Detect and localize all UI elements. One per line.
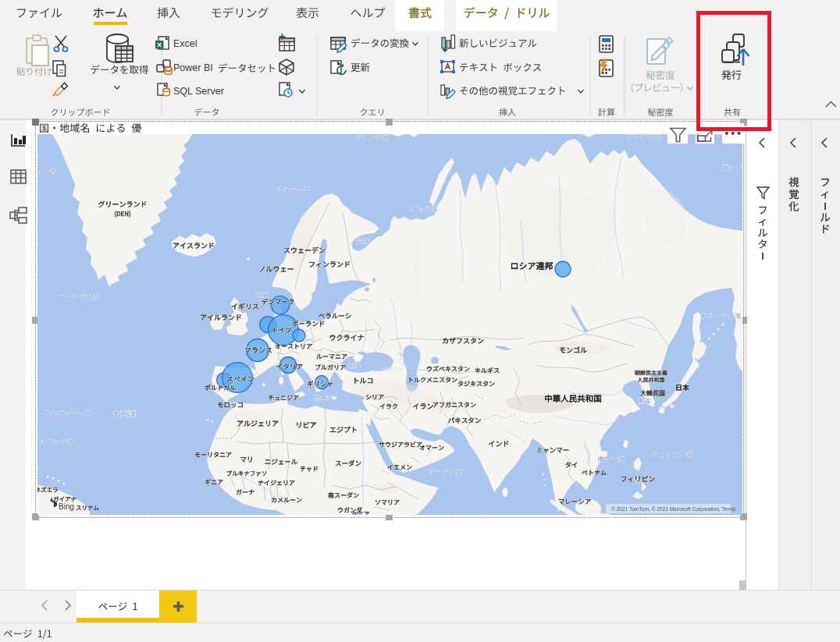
svg-text:Bing: Bing bbox=[59, 502, 74, 511]
svg-text:© 2021 TomTom, © 2021 Microsof: © 2021 TomTom, © 2021 Microsoft Corporat… bbox=[611, 506, 736, 513]
